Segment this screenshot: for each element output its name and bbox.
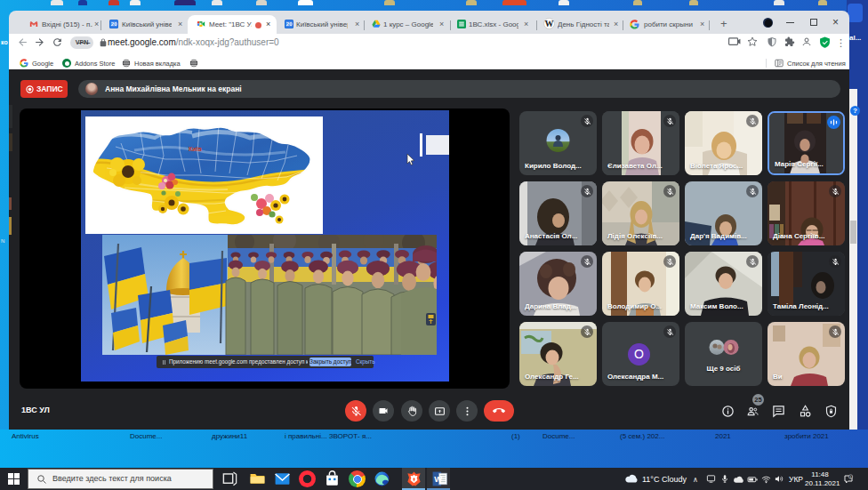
svg-text:20: 20 [111,21,117,27]
svg-text:1: 1 [850,476,852,479]
svg-text:20: 20 [286,21,293,27]
svg-text:W: W [434,474,442,484]
svg-text:Київ: Київ [189,146,203,152]
